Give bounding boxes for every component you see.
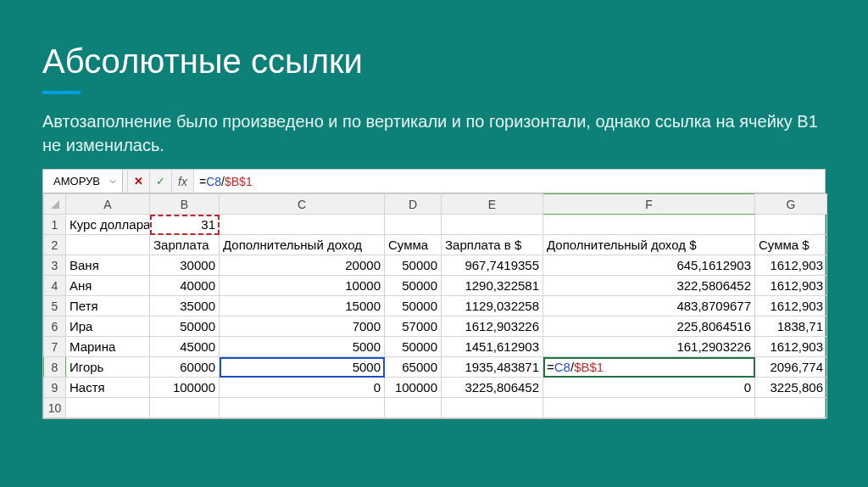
cell-F1[interactable] (543, 215, 755, 235)
cell-B1[interactable]: 31 (150, 215, 220, 235)
name-box-text: АМОРУВ (47, 175, 107, 188)
cell-B2[interactable]: Зарплата (150, 235, 220, 255)
col-header-F[interactable]: F (543, 194, 755, 215)
cell-F7[interactable]: 161,2903226 (543, 337, 755, 357)
cell-F3[interactable]: 645,1612903 (543, 255, 755, 276)
cell-G4[interactable]: 1612,903 (755, 276, 827, 296)
cell-D8[interactable]: 65000 (385, 357, 442, 378)
cell-G6[interactable]: 1838,71 (755, 316, 827, 337)
cell-D3[interactable]: 50000 (385, 255, 442, 276)
cell-B3[interactable]: 30000 (150, 255, 220, 276)
row-header-5[interactable]: 5 (44, 296, 66, 316)
cell-E5[interactable]: 1129,032258 (442, 296, 543, 316)
cell-G7[interactable]: 1612,903 (755, 337, 827, 357)
cancel-icon[interactable]: ✕ (128, 170, 150, 193)
cell-A4[interactable]: Аня (66, 276, 150, 296)
cell-G8[interactable]: 2096,774 (755, 357, 827, 378)
cell-D1[interactable] (385, 215, 442, 235)
cell-G10[interactable] (755, 398, 827, 418)
cell-C3[interactable]: 20000 (220, 255, 385, 276)
cell-C2[interactable]: Дополнительный доход (220, 235, 385, 255)
cell-B8[interactable]: 60000 (150, 357, 220, 378)
cell-E9[interactable]: 3225,806452 (442, 378, 543, 398)
cell-D9[interactable]: 100000 (385, 378, 442, 398)
row-header-3[interactable]: 3 (44, 255, 66, 276)
row-header-6[interactable]: 6 (44, 316, 66, 337)
row-header-7[interactable]: 7 (44, 337, 66, 357)
cell-C10[interactable] (220, 398, 385, 418)
row-header-4[interactable]: 4 (44, 276, 66, 296)
cell-E6[interactable]: 1612,903226 (442, 316, 543, 337)
cell-G3[interactable]: 1612,903 (755, 255, 827, 276)
cell-B6[interactable]: 50000 (150, 316, 220, 337)
row-header-2[interactable]: 2 (44, 235, 66, 255)
col-header-B[interactable]: B (150, 194, 220, 215)
name-box[interactable]: АМОРУВ (43, 170, 123, 193)
col-header-G[interactable]: G (755, 194, 827, 215)
cell-A7[interactable]: Марина (66, 337, 150, 357)
cell-B5[interactable]: 35000 (150, 296, 220, 316)
cell-F8[interactable]: =C8/$B$1 (543, 357, 755, 378)
row-header-9[interactable]: 9 (44, 378, 66, 398)
row-8: 8 Игорь 60000 5000 65000 1935,483871 =C8… (44, 357, 827, 378)
formula-input[interactable]: =C8/$B$1 (194, 170, 825, 193)
cell-A10[interactable] (66, 398, 150, 418)
cell-D2[interactable]: Сумма (385, 235, 442, 255)
column-header-row: A B C D E F G (44, 194, 827, 215)
cell-E2[interactable]: Зарплата в $ (442, 235, 543, 255)
fx-icon[interactable]: fх (172, 170, 194, 193)
cell-C1[interactable] (220, 215, 385, 235)
cell-D6[interactable]: 57000 (385, 316, 442, 337)
cell-E10[interactable] (442, 398, 543, 418)
enter-icon[interactable]: ✓ (150, 170, 172, 193)
cell-G1[interactable] (755, 215, 827, 235)
cell-A9[interactable]: Настя (66, 378, 150, 398)
cell-B7[interactable]: 45000 (150, 337, 220, 357)
cell-C8[interactable]: 5000 (220, 357, 385, 378)
col-header-D[interactable]: D (385, 194, 442, 215)
cell-A1[interactable]: Курс доллара (66, 215, 150, 235)
row-header-10[interactable]: 10 (44, 398, 66, 418)
cell-F9[interactable]: 0 (543, 378, 755, 398)
row-header-1[interactable]: 1 (44, 215, 66, 235)
cell-A3[interactable]: Ваня (66, 255, 150, 276)
row-header-8[interactable]: 8 (44, 357, 66, 378)
cell-F2[interactable]: Дополнительный доход $ (543, 235, 755, 255)
col-header-C[interactable]: C (220, 194, 385, 215)
cell-B4[interactable]: 40000 (150, 276, 220, 296)
cell-D7[interactable]: 50000 (385, 337, 442, 357)
col-header-E[interactable]: E (442, 194, 543, 215)
cell-A6[interactable]: Ира (66, 316, 150, 337)
cell-G5[interactable]: 1612,903 (755, 296, 827, 316)
cell-G9[interactable]: 3225,806 (755, 378, 827, 398)
cell-A5[interactable]: Петя (66, 296, 150, 316)
cell-E7[interactable]: 1451,612903 (442, 337, 543, 357)
cell-E1[interactable] (442, 215, 543, 235)
cell-A2[interactable] (66, 235, 150, 255)
cell-E4[interactable]: 1290,322581 (442, 276, 543, 296)
cell-C4[interactable]: 10000 (220, 276, 385, 296)
col-header-A[interactable]: A (66, 194, 150, 215)
select-all-corner[interactable] (44, 194, 66, 215)
formula-bar: АМОРУВ ✕ ✓ fх =C8/$B$1 (43, 170, 825, 193)
cell-D10[interactable] (385, 398, 442, 418)
cell-E8[interactable]: 1935,483871 (442, 357, 543, 378)
cell-E3[interactable]: 967,7419355 (442, 255, 543, 276)
cell-D4[interactable]: 50000 (385, 276, 442, 296)
cell-C6[interactable]: 7000 (220, 316, 385, 337)
cell-C9[interactable]: 0 (220, 378, 385, 398)
cell-F6[interactable]: 225,8064516 (543, 316, 755, 337)
cell-F4[interactable]: 322,5806452 (543, 276, 755, 296)
cell-F10[interactable] (543, 398, 755, 418)
formula-ref2: $B$1 (225, 175, 253, 188)
spreadsheet-grid[interactable]: A B C D E F G 1 Курс доллара 31 (43, 193, 827, 418)
cell-C7[interactable]: 5000 (220, 337, 385, 357)
cell-B10[interactable] (150, 398, 220, 418)
cell-F5[interactable]: 483,8709677 (543, 296, 755, 316)
cell-C5[interactable]: 15000 (220, 296, 385, 316)
name-box-dropdown-icon[interactable] (107, 176, 119, 188)
cell-D5[interactable]: 50000 (385, 296, 442, 316)
cell-A8[interactable]: Игорь (66, 357, 150, 378)
cell-G2[interactable]: Сумма $ (755, 235, 827, 255)
cell-B9[interactable]: 100000 (150, 378, 220, 398)
